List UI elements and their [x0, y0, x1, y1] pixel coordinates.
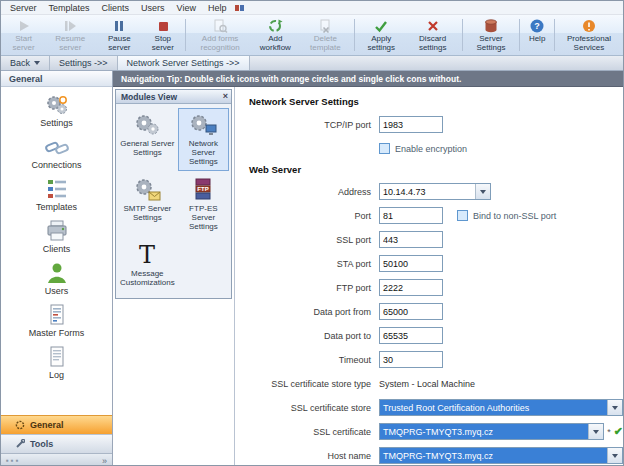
port-row: Port Bind to non-SSL port	[249, 207, 623, 224]
menu-help[interactable]: Help	[202, 3, 233, 13]
apply-settings-label: Apply settings	[360, 35, 402, 53]
menu-users[interactable]: Users	[135, 3, 171, 13]
network-server-settings-icon	[188, 112, 218, 138]
server-settings-button[interactable]: Server Settings	[465, 16, 518, 54]
menu-clients[interactable]: Clients	[96, 3, 136, 13]
modules-view-panel: Modules View × General Server Settings N…	[115, 89, 232, 299]
module-ftp-es-server-settings[interactable]: FTP FTP-ES Server Settings	[178, 173, 229, 236]
sidebar-bottom-strip: ▪▪▪ »	[1, 453, 112, 466]
module-item-label: FTP-ES Server Settings	[180, 205, 227, 232]
port-label: Port	[249, 211, 371, 221]
toolbar-separator	[554, 19, 555, 51]
dropdown-button[interactable]	[607, 448, 622, 463]
breadcrumb-segment-network-server-settings[interactable]: Network Server Settings ->>	[118, 56, 250, 70]
navigation-tip-bar: Navigation Tip: Double click icons with …	[113, 71, 623, 87]
module-message-customizations[interactable]: T Message Customizations	[118, 238, 177, 292]
ssl-certificate-combobox[interactable]: TMQPRG-TMYQT3.myq.cz	[379, 423, 604, 440]
discard-settings-icon	[425, 18, 441, 34]
professional-services-button[interactable]: Professional Services	[557, 16, 621, 54]
sta-port-input[interactable]	[379, 255, 443, 272]
chevron-icon[interactable]: »	[102, 456, 107, 466]
timeout-input[interactable]	[379, 351, 443, 368]
pause-server-button[interactable]: Pause server	[96, 16, 142, 54]
enable-encryption-checkbox[interactable]	[379, 143, 390, 154]
tcp-ip-port-input[interactable]	[379, 116, 443, 133]
sidebar-item-users[interactable]: Users	[1, 258, 112, 300]
bind-to-non-ssl-checkbox[interactable]	[457, 210, 468, 221]
dropdown-button[interactable]	[588, 424, 603, 439]
menu-view[interactable]: View	[171, 3, 202, 13]
data-port-from-label: Data port from	[249, 307, 371, 317]
data-port-from-input[interactable]	[379, 303, 443, 320]
toolbar: Start server Resume server Pause server …	[1, 15, 623, 56]
sidebar-item-master-forms[interactable]: Master Forms	[1, 300, 112, 342]
svg-text:FTP: FTP	[198, 186, 209, 192]
modules-view-titlebar[interactable]: Modules View ×	[116, 90, 231, 104]
svg-text:T: T	[139, 242, 155, 268]
module-smtp-server-settings[interactable]: SMTP Server Settings	[118, 173, 177, 236]
discard-settings-label: Discard settings	[408, 35, 456, 53]
ssl-certificate-value: TMQPRG-TMYQT3.myq.cz	[380, 424, 588, 439]
address-combobox[interactable]: 10.14.4.73	[379, 183, 491, 200]
sidebar-group-label: General	[30, 420, 64, 430]
modules-column: Modules View × General Server Settings N…	[113, 87, 235, 466]
module-general-server-settings[interactable]: General Server Settings	[118, 108, 177, 171]
breadcrumb: Back Settings ->> Network Server Setting…	[1, 56, 623, 71]
tools-group-icon	[15, 439, 25, 449]
data-port-to-label: Data port to	[249, 331, 371, 341]
sidebar-group-tools[interactable]: Tools	[1, 434, 112, 453]
ssl-certificate-store-combobox[interactable]: Trusted Root Certification Authorities	[379, 399, 623, 416]
close-icon[interactable]: ×	[223, 92, 228, 101]
server-settings-icon	[483, 18, 499, 34]
tcp-ip-port-label: TCP/IP port	[249, 120, 371, 130]
help-button[interactable]: ? Help	[522, 16, 552, 54]
delete-template-label: Delete template	[302, 35, 350, 53]
sidebar-item-clients[interactable]: Clients	[1, 216, 112, 258]
sidebar-item-label: Master Forms	[29, 328, 85, 338]
breadcrumb-segment-label: Settings ->>	[59, 58, 108, 68]
sta-port-label: STA port	[249, 259, 371, 269]
start-server-button: Start server	[3, 16, 44, 54]
sidebar-item-label: Log	[49, 370, 64, 380]
breadcrumb-segment-label: Network Server Settings ->>	[127, 58, 240, 68]
pause-server-icon	[111, 18, 127, 34]
menu-templates[interactable]: Templates	[43, 3, 96, 13]
port-input[interactable]	[379, 207, 443, 224]
module-network-server-settings[interactable]: Network Server Settings	[178, 108, 229, 171]
svg-text:?: ?	[534, 21, 540, 31]
sidebar-item-label: Templates	[36, 202, 77, 212]
ssl-port-input[interactable]	[379, 231, 443, 248]
dropdown-button[interactable]	[475, 184, 490, 199]
chevron-down-icon	[480, 190, 486, 194]
data-port-to-input[interactable]	[379, 327, 443, 344]
sidebar-item-settings[interactable]: Settings	[1, 90, 112, 132]
sidebar-group-general[interactable]: General	[1, 415, 112, 434]
add-workflow-button[interactable]: Add workflow	[252, 16, 298, 54]
navigation-tip-text: Navigation Tip: Double click icons with …	[121, 74, 461, 84]
content-row: Modules View × General Server Settings N…	[113, 87, 623, 466]
start-server-icon	[16, 18, 32, 34]
resume-server-label: Resume server	[47, 35, 93, 53]
discard-settings-button[interactable]: Discard settings	[405, 16, 459, 54]
sidebar-item-connections[interactable]: Connections	[1, 132, 112, 174]
stop-server-button[interactable]: Stop server	[142, 16, 183, 54]
ftp-port-input[interactable]	[379, 279, 443, 296]
host-name-combobox[interactable]: TMQPRG-TMYQT3.myq.cz	[379, 447, 623, 464]
module-item-label: General Server Settings	[120, 140, 175, 158]
breadcrumb-back-button[interactable]: Back	[1, 56, 50, 70]
resume-server-icon	[62, 18, 78, 34]
enable-encryption-label: Enable encryption	[395, 144, 467, 154]
address-row: Address 10.14.4.73	[249, 183, 623, 200]
stop-server-label: Stop server	[145, 35, 180, 53]
menu-server[interactable]: Server	[4, 3, 43, 13]
sidebar-item-templates[interactable]: Templates	[1, 174, 112, 216]
sidebar-item-log[interactable]: Log	[1, 342, 112, 384]
templates-icon	[44, 177, 70, 201]
breadcrumb-segment-settings[interactable]: Settings ->>	[50, 56, 118, 70]
add-forms-recognition-button: Add forms recognition	[188, 16, 252, 54]
dropdown-button[interactable]	[607, 400, 622, 415]
breadcrumb-back-label: Back	[10, 58, 30, 68]
apply-settings-button[interactable]: Apply settings	[357, 16, 405, 54]
data-port-to-row: Data port to	[249, 327, 623, 344]
host-name-row: Host name TMQPRG-TMYQT3.myq.cz	[249, 447, 623, 464]
